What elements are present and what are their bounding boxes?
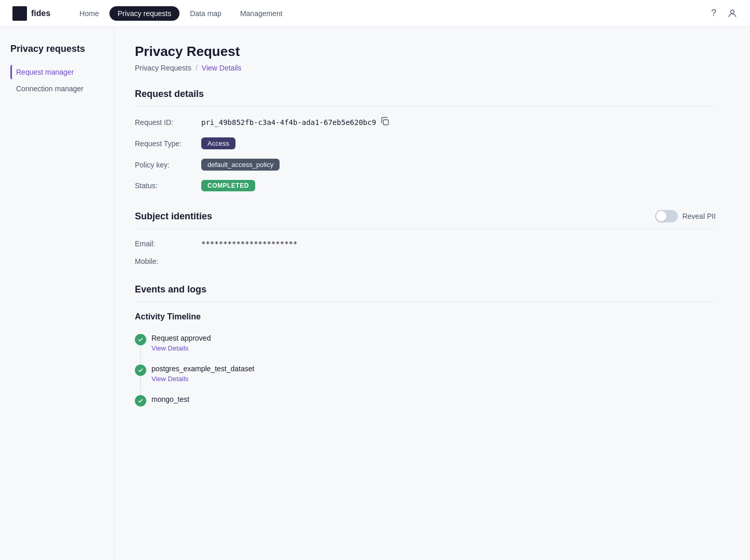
timeline-label-2: mongo_test: [151, 395, 716, 403]
events-logs-header: Events and logs: [135, 284, 716, 302]
copy-icon[interactable]: [380, 117, 390, 128]
events-logs-section: Events and logs Activity Timeline Reques…: [135, 284, 716, 405]
help-icon[interactable]: ?: [709, 8, 719, 19]
breadcrumb-separator: /: [196, 64, 198, 72]
top-nav: fides HomePrivacy requestsData mapManage…: [0, 0, 750, 27]
nav-link-privacy-requests[interactable]: Privacy requests: [109, 6, 179, 21]
request-id-row: Request ID: pri_49b852fb-c3a4-4f4b-ada1-…: [135, 117, 716, 128]
status-row: Status: COMPLETED: [135, 180, 716, 191]
nav-link-management[interactable]: Management: [232, 6, 291, 21]
sidebar-item-request-manager[interactable]: Request manager: [10, 65, 103, 79]
sidebar-title: Privacy requests: [10, 44, 103, 54]
request-type-badge: Access: [201, 137, 235, 149]
policy-key-row: Policy key: default_access_policy: [135, 159, 716, 171]
reveal-pii-control: Reveal PII: [655, 210, 716, 222]
svg-point-0: [731, 10, 734, 13]
breadcrumb: Privacy Requests / View Details: [135, 64, 716, 72]
email-row: Email: **********************: [135, 240, 716, 248]
breadcrumb-root: Privacy Requests: [135, 64, 191, 72]
logo-area: fides: [12, 6, 50, 21]
reveal-pii-toggle[interactable]: [655, 210, 678, 222]
status-label: Status:: [135, 181, 197, 190]
timeline-item-2: mongo_test: [135, 395, 716, 405]
subject-identities-section: Subject identities Reveal PII Email: ***…: [135, 210, 716, 265]
email-value: **********************: [201, 240, 297, 248]
status-badge: COMPLETED: [201, 180, 255, 191]
nav-link-data-map[interactable]: Data map: [182, 6, 230, 21]
layout: Privacy requests Request manager Connect…: [0, 27, 750, 560]
sidebar: Privacy requests Request manager Connect…: [0, 27, 114, 560]
logo-text: fides: [31, 9, 50, 18]
subject-identities-title: Subject identities: [135, 211, 212, 222]
activity-timeline-title: Activity Timeline: [135, 312, 716, 324]
request-type-label: Request Type:: [135, 139, 197, 148]
reveal-pii-label: Reveal PII: [682, 212, 716, 220]
nav-links: HomePrivacy requestsData mapManagement: [71, 6, 704, 21]
svg-rect-1: [383, 120, 388, 125]
request-id-label: Request ID:: [135, 118, 197, 127]
request-details-section: Request details Request ID: pri_49b852fb…: [135, 89, 716, 191]
timeline-link-1[interactable]: View Details: [151, 375, 716, 383]
email-label: Email:: [135, 240, 197, 248]
sidebar-item-connection-manager[interactable]: Connection manager: [10, 81, 103, 96]
page-title: Privacy Request: [135, 44, 716, 60]
policy-key-label: Policy key:: [135, 161, 197, 169]
timeline-label-0: Request approved: [151, 334, 716, 342]
timeline-item-0: Request approved View Details: [135, 334, 716, 352]
timeline-link-0[interactable]: View Details: [151, 344, 716, 352]
timeline-dot-1: [135, 365, 146, 376]
logo-box-icon: [12, 6, 27, 21]
timeline-dot-0: [135, 334, 146, 345]
activity-timeline: Request approved View Details postgres_e…: [135, 334, 716, 405]
main-content: Privacy Request Privacy Requests / View …: [114, 27, 737, 560]
nav-link-home[interactable]: Home: [71, 6, 107, 21]
mobile-row: Mobile:: [135, 257, 716, 265]
subject-identities-header: Subject identities Reveal PII: [135, 210, 716, 229]
request-details-header: Request details: [135, 89, 716, 106]
request-type-row: Request Type: Access: [135, 137, 716, 149]
timeline-item-1: postgres_example_test_dataset View Detai…: [135, 365, 716, 383]
timeline-label-1: postgres_example_test_dataset: [151, 365, 716, 373]
timeline-dot-2: [135, 395, 146, 407]
request-id-value: pri_49b852fb-c3a4-4f4b-ada1-67eb5e620bc9: [201, 118, 376, 127]
nav-right: ?: [709, 8, 738, 19]
toggle-knob: [656, 211, 666, 221]
breadcrumb-current[interactable]: View Details: [202, 64, 242, 72]
user-icon[interactable]: [727, 8, 738, 19]
policy-key-badge: default_access_policy: [201, 159, 280, 171]
mobile-label: Mobile:: [135, 257, 197, 265]
